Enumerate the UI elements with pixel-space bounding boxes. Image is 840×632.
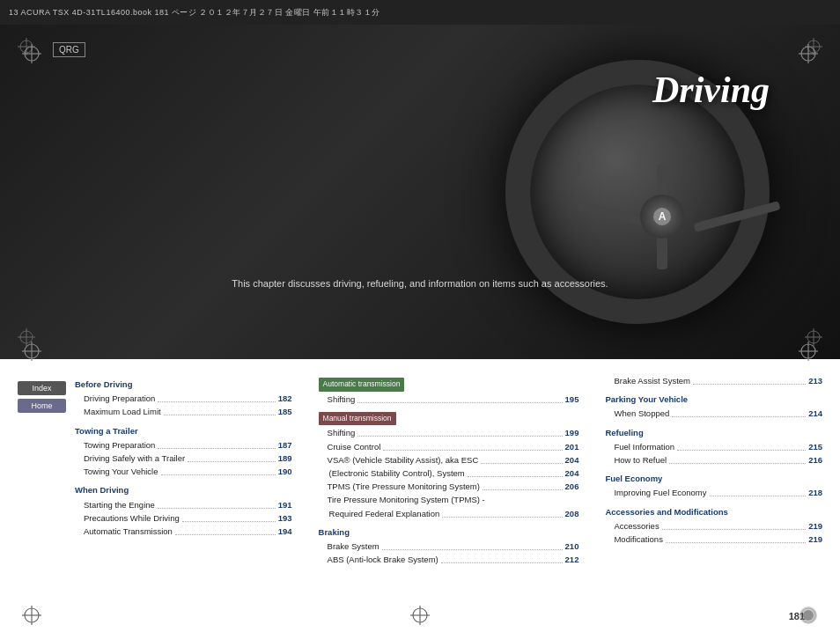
list-item: Required Federal Explanation 208 xyxy=(319,507,579,520)
list-item: Improving Fuel Economy 218 xyxy=(605,486,822,499)
index-button[interactable]: Index xyxy=(18,381,66,395)
toc-column-3: Brake Assist System 213 Parking Your Veh… xyxy=(605,372,822,566)
crosshair-hero-tl xyxy=(22,44,41,67)
list-item: Fuel Information 215 xyxy=(605,440,822,453)
list-item: Accessories 219 xyxy=(605,519,822,533)
crosshair-bottom-right-outer xyxy=(799,606,818,625)
list-item: When Stopped 214 xyxy=(605,407,822,420)
list-item: Modifications 219 xyxy=(605,533,822,546)
section-fuel-economy: Fuel Economy Improving Fuel Economy 218 xyxy=(605,472,822,499)
crosshair-hero-br xyxy=(799,342,818,364)
section-title-when-driving: When Driving xyxy=(75,483,292,496)
section-title-refueling: Refueling xyxy=(605,426,822,439)
badge-auto-transmission: Automatic transmission Shifting 195 xyxy=(319,374,579,406)
list-item: Driving Preparation 182 xyxy=(75,392,292,405)
chapter-title: Driving xyxy=(652,69,770,111)
crosshair-bottom-left-outer xyxy=(22,606,41,625)
section-when-driving: When Driving Starting the Engine 191 Pre… xyxy=(75,483,292,538)
section-towing-trailer: Towing a Trailer Towing Preparation 187 … xyxy=(75,424,292,479)
section-title-parking: Parking Your Vehicle xyxy=(605,393,822,406)
list-item: ABS (Anti-lock Brake System) 212 xyxy=(319,553,579,566)
list-item: Brake Assist System 213 xyxy=(605,374,822,387)
list-item: Precautions While Driving 193 xyxy=(75,511,292,525)
list-item: (Electronic Stability Control), System 2… xyxy=(319,467,579,480)
section-refueling: Refueling Fuel Information 215 How to Re… xyxy=(605,426,822,467)
list-item: Brake System 210 xyxy=(319,540,579,553)
home-button[interactable]: Home xyxy=(18,399,66,413)
list-item: Automatic Transmission 194 xyxy=(75,525,292,538)
section-title-fuel-economy: Fuel Economy xyxy=(605,472,822,485)
list-item: Towing Preparation 187 xyxy=(75,438,292,452)
svg-point-20 xyxy=(803,610,814,621)
top-bar: 13 ACURA TSX 4D-31TL16400.book 181 ページ ２… xyxy=(0,0,840,25)
qrg-button[interactable]: QRG xyxy=(53,42,85,57)
crosshair-bottom-center xyxy=(410,606,430,625)
section-parking: Parking Your Vehicle When Stopped 214 xyxy=(605,393,822,420)
badge-manual-transmission: Manual transmission Shifting 199 Cruise … xyxy=(319,408,579,520)
automatic-transmission-badge: Automatic transmission xyxy=(319,378,405,392)
toc-column-1: Before Driving Driving Preparation 182 M… xyxy=(75,372,292,566)
section-title-braking: Braking xyxy=(319,525,579,539)
list-item: Starting the Engine 191 xyxy=(75,498,292,511)
section-title-towing-trailer: Towing a Trailer xyxy=(75,424,292,437)
list-item: Cruise Control 201 xyxy=(319,440,579,453)
list-item: TPMS (Tire Pressure Monitoring System) 2… xyxy=(319,480,579,493)
list-item: Tire Pressure Monitoring System (TPMS) - xyxy=(319,493,579,506)
hero-description: This chapter discusses driving, refuelin… xyxy=(232,278,608,289)
brake-assist-item: Brake Assist System 213 xyxy=(605,374,822,387)
list-item: Maximum Load Limit 185 xyxy=(75,405,292,418)
section-accessories-modifications: Accessories and Modifications Accessorie… xyxy=(605,505,822,547)
crosshair-hero-bl xyxy=(22,342,41,364)
hero-section: QRG A Driving This chapter discusses dri… xyxy=(0,25,840,359)
list-item: Driving Safely with a Trailer 189 xyxy=(75,452,292,465)
list-item: Shifting 199 xyxy=(319,426,579,439)
section-title-before-driving: Before Driving xyxy=(75,378,292,391)
manual-transmission-badge: Manual transmission xyxy=(319,412,396,426)
section-before-driving: Before Driving Driving Preparation 182 M… xyxy=(75,378,292,419)
top-bar-text: 13 ACURA TSX 4D-31TL16400.book 181 ページ ２… xyxy=(9,7,380,18)
list-item: How to Refuel 216 xyxy=(605,453,822,467)
section-title-accessories-modifications: Accessories and Modifications xyxy=(605,505,822,518)
list-item: Towing Your Vehicle 190 xyxy=(75,465,292,478)
toc-column-2: Automatic transmission Shifting 195 Manu… xyxy=(319,372,579,566)
section-braking: Braking Brake System 210 ABS (Anti-lock … xyxy=(319,525,579,567)
crosshair-hero-tr xyxy=(799,44,818,67)
list-item: Shifting 195 xyxy=(319,393,579,406)
list-item: VSA® (Vehicle Stability Assist), aka ESC… xyxy=(319,453,579,467)
